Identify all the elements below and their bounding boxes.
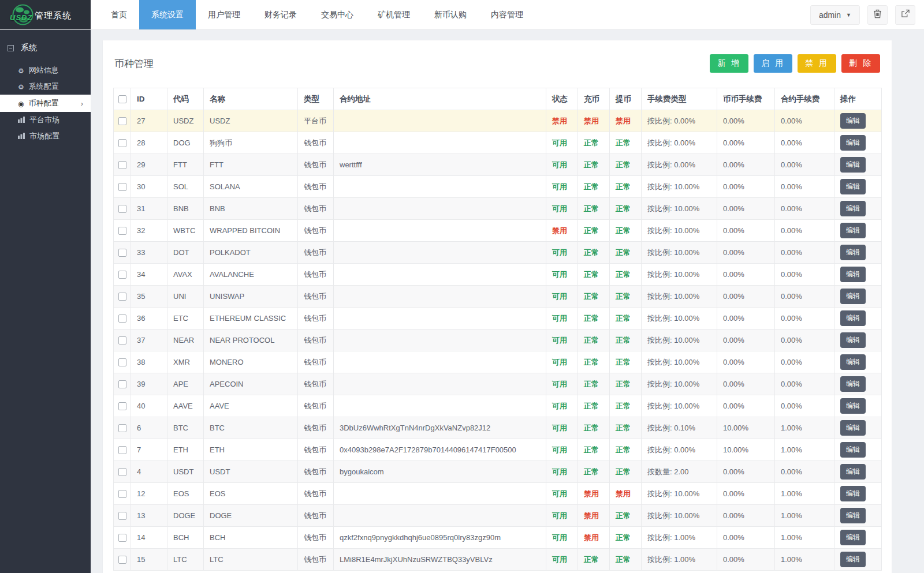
cell-id: 28 xyxy=(131,132,167,154)
topnav-item-2[interactable]: 系统设置 xyxy=(139,0,196,29)
action-button-3[interactable]: 禁 用 xyxy=(798,54,836,73)
sidebar-item-5[interactable]: 市场配置 xyxy=(0,128,91,144)
row-checkbox[interactable] xyxy=(118,380,126,388)
edit-button[interactable]: 编辑 xyxy=(840,135,866,151)
action-button-4[interactable]: 删 除 xyxy=(841,54,880,73)
cell-withdraw-badge: 禁用 xyxy=(616,117,631,125)
cell-withdraw-badge: 正常 xyxy=(616,248,631,257)
row-checkbox[interactable] xyxy=(118,402,126,410)
edit-button[interactable]: 编辑 xyxy=(840,354,866,370)
topnav-item-8[interactable]: 内容管理 xyxy=(479,0,535,29)
row-checkbox[interactable] xyxy=(118,534,126,542)
edit-button[interactable]: 编辑 xyxy=(840,552,866,567)
cell-status-badge: 可用 xyxy=(552,204,567,213)
row-checkbox[interactable] xyxy=(118,205,126,213)
topnav-item-5[interactable]: 交易中心 xyxy=(309,0,366,29)
cell-code: UNI xyxy=(167,286,204,308)
cell-type: 钱包币 xyxy=(298,395,334,417)
topnav-item-6[interactable]: 矿机管理 xyxy=(366,0,422,29)
row-checkbox[interactable] xyxy=(118,556,126,564)
cell-type: 钱包币 xyxy=(298,505,334,527)
row-checkbox-cell xyxy=(114,132,131,154)
cell-action: 编辑 xyxy=(834,286,882,308)
action-button-2[interactable]: 启 用 xyxy=(754,54,792,73)
topnav-item-7[interactable]: 新币认购 xyxy=(422,0,479,29)
cell-status: 可用 xyxy=(546,286,578,308)
edit-button[interactable]: 编辑 xyxy=(840,530,866,545)
cell-id: 30 xyxy=(131,176,167,198)
cell-status: 可用 xyxy=(546,505,578,527)
edit-button[interactable]: 编辑 xyxy=(840,289,866,304)
cell-withdraw: 正常 xyxy=(610,549,642,571)
row-checkbox[interactable] xyxy=(118,490,126,498)
edit-button[interactable]: 编辑 xyxy=(840,157,866,173)
edit-button[interactable]: 编辑 xyxy=(840,310,866,326)
cell-fee-type: 按比例: 10.00% xyxy=(642,198,717,220)
sidebar-section-system[interactable]: 系统 xyxy=(0,30,91,62)
edit-button[interactable]: 编辑 xyxy=(840,245,866,260)
cell-name: UNISWAP xyxy=(204,286,298,308)
row-checkbox[interactable] xyxy=(118,249,126,257)
sidebar-item-3[interactable]: ◉币种配置› xyxy=(0,95,91,112)
edit-button[interactable]: 编辑 xyxy=(840,223,866,238)
edit-button[interactable]: 编辑 xyxy=(840,508,866,523)
sidebar-item-label: 市场配置 xyxy=(29,131,59,141)
cell-withdraw: 正常 xyxy=(610,527,642,549)
edit-button[interactable]: 编辑 xyxy=(840,332,866,348)
trash-button[interactable] xyxy=(867,5,888,25)
cell-contract-fee: 0.00% xyxy=(775,286,834,308)
cell-type: 钱包币 xyxy=(298,154,334,176)
cell-fee-type: 按比例: 0.00% xyxy=(642,110,717,132)
row-checkbox[interactable] xyxy=(118,117,126,125)
edit-button[interactable]: 编辑 xyxy=(840,267,866,282)
edit-button[interactable]: 编辑 xyxy=(840,464,866,480)
row-checkbox[interactable] xyxy=(118,271,126,279)
cell-withdraw-badge: 正常 xyxy=(616,182,631,191)
row-checkbox[interactable] xyxy=(118,161,126,169)
cell-fee-type: 按比例: 10.00% xyxy=(642,505,717,527)
topnav-item-3[interactable]: 用户管理 xyxy=(196,0,252,29)
topnav-item-1[interactable]: 首页 xyxy=(99,0,139,29)
cell-code: NEAR xyxy=(167,329,204,351)
row-checkbox[interactable] xyxy=(118,314,126,323)
row-checkbox[interactable] xyxy=(118,468,126,476)
cell-deposit: 禁用 xyxy=(578,110,610,132)
col-header-5: 合约地址 xyxy=(334,88,546,110)
edit-button[interactable]: 编辑 xyxy=(840,376,866,392)
cell-deposit-badge: 禁用 xyxy=(584,511,599,520)
cell-id: 12 xyxy=(131,483,167,505)
edit-button[interactable]: 编辑 xyxy=(840,442,866,458)
topnav-item-4[interactable]: 财务记录 xyxy=(252,0,309,29)
row-checkbox[interactable] xyxy=(118,358,126,366)
cell-deposit: 正常 xyxy=(578,373,610,395)
edit-button[interactable]: 编辑 xyxy=(840,201,866,216)
sidebar-item-4[interactable]: 平台市场 xyxy=(0,112,91,128)
action-button-1[interactable]: 新 增 xyxy=(710,54,748,73)
sidebar-item-1[interactable]: ⚙网站信息 xyxy=(0,62,91,78)
edit-button[interactable]: 编辑 xyxy=(840,486,866,501)
cell-coin-fee: 0.00% xyxy=(717,549,775,571)
logout-button[interactable] xyxy=(895,5,915,25)
row-checkbox[interactable] xyxy=(118,139,126,147)
sidebar-item-2[interactable]: ⚙系统配置 xyxy=(0,78,91,95)
cell-code: USDZ xyxy=(167,110,204,132)
cell-code: FTT xyxy=(167,154,204,176)
row-checkbox[interactable] xyxy=(118,512,126,520)
row-checkbox-cell xyxy=(114,373,131,395)
edit-button[interactable]: 编辑 xyxy=(840,398,866,414)
admin-dropdown[interactable]: admin ▼ xyxy=(810,5,860,25)
row-checkbox[interactable] xyxy=(118,183,126,191)
edit-button[interactable]: 编辑 xyxy=(840,113,866,129)
row-checkbox[interactable] xyxy=(118,227,126,235)
gear-icon: ⚙ xyxy=(18,83,24,91)
row-checkbox[interactable] xyxy=(118,336,126,344)
row-checkbox[interactable] xyxy=(118,424,126,432)
row-checkbox[interactable] xyxy=(118,293,126,301)
logo: USDZ 管理系统 xyxy=(0,0,91,29)
row-checkbox[interactable] xyxy=(118,446,126,454)
edit-button[interactable]: 编辑 xyxy=(840,179,866,194)
cell-code: AAVE xyxy=(167,395,204,417)
edit-button[interactable]: 编辑 xyxy=(840,420,866,436)
select-all-checkbox[interactable] xyxy=(118,95,126,103)
caret-down-icon: ▼ xyxy=(846,12,851,18)
